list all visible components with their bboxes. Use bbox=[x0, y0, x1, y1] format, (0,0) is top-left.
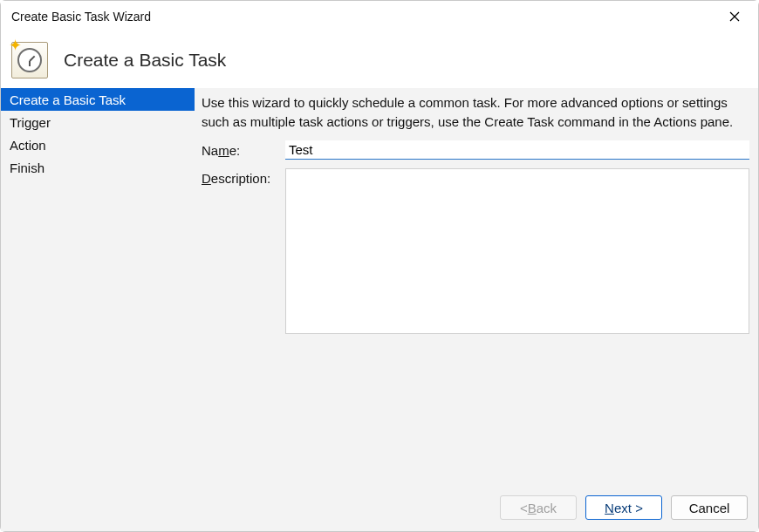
name-input[interactable] bbox=[285, 140, 749, 160]
description-input[interactable] bbox=[285, 168, 749, 334]
wizard-body: Create a Basic Task Trigger Action Finis… bbox=[1, 88, 758, 484]
wizard-main-pane: Use this wizard to quickly schedule a co… bbox=[195, 88, 758, 484]
step-create-basic-task[interactable]: Create a Basic Task bbox=[1, 88, 195, 111]
clock-icon bbox=[17, 48, 42, 72]
description-label: Description: bbox=[202, 168, 285, 186]
step-label: Finish bbox=[10, 160, 44, 175]
close-button[interactable] bbox=[715, 3, 755, 31]
page-title: Create a Basic Task bbox=[64, 50, 226, 71]
wizard-header: ✦ Create a Basic Task bbox=[1, 32, 758, 88]
name-label: Name: bbox=[202, 140, 285, 158]
intro-text: Use this wizard to quickly schedule a co… bbox=[202, 93, 749, 132]
next-button[interactable]: Next > bbox=[585, 495, 662, 520]
titlebar: Create Basic Task Wizard bbox=[1, 1, 758, 32]
step-finish[interactable]: Finish bbox=[1, 156, 195, 179]
step-trigger[interactable]: Trigger bbox=[1, 111, 195, 133]
window-title: Create Basic Task Wizard bbox=[11, 10, 151, 24]
task-clock-icon: ✦ bbox=[11, 42, 48, 78]
wizard-window: Create Basic Task Wizard ✦ Create a Basi… bbox=[0, 0, 759, 532]
cancel-button[interactable]: Cancel bbox=[671, 495, 748, 520]
name-row: Name: bbox=[202, 140, 749, 160]
step-action[interactable]: Action bbox=[1, 133, 195, 156]
step-label: Trigger bbox=[10, 115, 51, 130]
new-spark-icon: ✦ bbox=[9, 38, 22, 53]
wizard-steps-sidebar: Create a Basic Task Trigger Action Finis… bbox=[1, 88, 195, 484]
step-label: Action bbox=[10, 138, 46, 153]
description-row: Description: bbox=[202, 168, 749, 334]
wizard-footer: < Back Next > Cancel bbox=[1, 484, 758, 531]
step-label: Create a Basic Task bbox=[10, 92, 126, 107]
back-button: < Back bbox=[500, 495, 577, 520]
close-icon bbox=[729, 11, 740, 22]
